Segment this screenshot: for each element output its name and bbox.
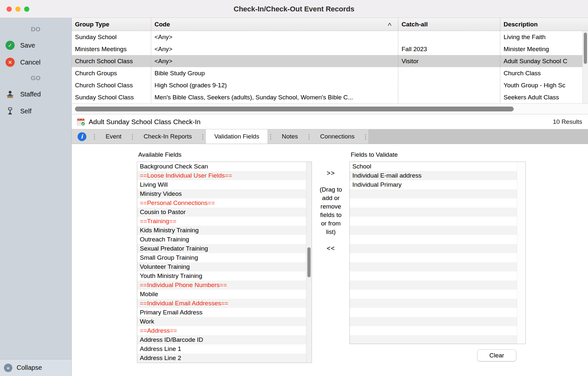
cell-catch-all: Fall 2023 <box>398 43 500 55</box>
do-section-header: DO <box>0 22 71 37</box>
available-field-item[interactable]: ==Address== <box>137 326 306 335</box>
results-count: 10 Results <box>553 118 582 125</box>
validate-list-scrollbar[interactable] <box>517 162 525 344</box>
available-field-item[interactable]: ==Training== <box>137 217 306 226</box>
cell-group-type: Church Groups <box>72 67 151 79</box>
column-header-code[interactable]: Code ^ <box>151 18 398 31</box>
record-header: Adult Sunday School Class Check-In 10 Re… <box>72 114 588 129</box>
go-section-header: GO <box>0 71 71 86</box>
validate-field-item[interactable]: Individual E-mail address <box>350 171 517 180</box>
tab-separator-dots-icon: ⋮ <box>130 129 135 144</box>
drag-hint-text: (Drag to add or remove fields to or from… <box>319 185 343 236</box>
table-row[interactable]: Sunday School Class Men's Bible Class, S… <box>72 91 588 103</box>
available-field-item-label: Address ID/Barcode ID <box>140 336 203 343</box>
table-header-row: Group Type Code ^ Catch-all Description <box>72 18 588 31</box>
available-field-item-label: ==Individual Phone Numbers== <box>140 282 227 288</box>
self-button[interactable]: Self <box>0 103 71 120</box>
cell-code: <Any> <box>151 55 398 67</box>
available-field-item[interactable]: Sexual Predator Training <box>137 244 306 253</box>
tab-label[interactable]: Event <box>97 129 130 144</box>
staffed-button[interactable]: Staffed <box>0 86 71 103</box>
column-header-group-type[interactable]: Group Type <box>72 18 151 31</box>
titlebar: Check-In/Check-Out Event Records <box>0 0 588 18</box>
save-button[interactable]: ✓ Save <box>0 37 71 54</box>
available-field-item[interactable]: Ministry Videos <box>137 189 306 198</box>
available-field-item-label: Address Line 1 <box>140 345 181 352</box>
add-fields-button[interactable]: >> <box>314 169 348 177</box>
save-check-icon: ✓ <box>6 41 15 50</box>
cell-catch-all <box>398 79 500 91</box>
collapse-button[interactable]: « Collapse <box>0 359 71 376</box>
available-field-item[interactable]: Small Group Training <box>137 253 306 262</box>
available-field-item[interactable]: ==Individual Email Addresses== <box>137 299 306 308</box>
info-tab[interactable]: i <box>72 129 92 144</box>
available-list-scrollbar[interactable] <box>306 162 312 363</box>
available-field-item[interactable]: Address ID/Barcode ID <box>137 335 306 344</box>
table-row[interactable]: Church School Class <Any> Visitor Adult … <box>72 55 588 67</box>
available-field-item[interactable]: Living Will <box>137 180 306 189</box>
transfer-controls: >> (Drag to add or remove fields to or f… <box>314 162 348 252</box>
available-field-item-label: Cousin to Pastor <box>140 209 185 215</box>
available-field-item[interactable]: Cousin to Pastor <box>137 208 306 217</box>
table-row[interactable]: Ministers Meetings <Any> Fall 2023 Minis… <box>72 43 588 55</box>
available-field-item[interactable]: Primary Email Address <box>137 308 306 317</box>
fields-to-validate-list[interactable]: School Individual E-mail address Individ… <box>349 162 526 344</box>
available-field-item[interactable]: Mobile <box>137 290 306 299</box>
available-field-item[interactable]: Outreach Training <box>137 235 306 244</box>
available-field-item[interactable]: ==Loose Individual User Fields== <box>137 171 306 180</box>
available-field-item-label: Outreach Training <box>140 236 189 243</box>
cancel-button[interactable]: ✕ Cancel <box>0 54 71 71</box>
available-field-item[interactable]: Background Check Scan <box>137 162 306 171</box>
record-title: Adult Sunday School Class Check-In <box>89 118 200 126</box>
available-field-item[interactable]: Address Line 1 <box>137 344 306 354</box>
clear-button[interactable]: Clear <box>477 349 516 361</box>
self-kiosk-icon <box>6 107 15 116</box>
available-field-item[interactable]: Kids Ministry Training <box>137 226 306 235</box>
column-header-catch-all[interactable]: Catch-all <box>398 18 500 31</box>
available-field-item[interactable]: ==Individual Phone Numbers== <box>137 281 306 290</box>
table-row[interactable]: Sunday School <Any> Living the Faith <box>72 31 588 43</box>
available-field-item[interactable]: Volunteer Training <box>137 262 306 271</box>
table-vertical-scrollbar-thumb[interactable] <box>584 33 587 64</box>
tab-label[interactable]: Validation Fields <box>205 129 268 144</box>
available-list-scrollbar-thumb[interactable] <box>307 247 311 277</box>
tab[interactable]: Validation Fields ⋮ <box>205 129 273 144</box>
tab-label[interactable]: Check-In Reports <box>135 129 200 144</box>
available-field-item[interactable]: Address Line 2 <box>137 354 306 363</box>
available-field-item-label: Primary Email Address <box>140 309 202 316</box>
validate-field-item[interactable]: School <box>350 162 517 171</box>
table-vertical-scrollbar[interactable] <box>582 31 588 103</box>
tab[interactable]: Connections ⋮ <box>312 129 368 144</box>
validate-field-item-label: Individual Primary <box>352 181 402 188</box>
self-label: Self <box>20 108 31 115</box>
app-window: Check-In/Check-Out Event Records DO ✓ Sa… <box>0 0 588 376</box>
available-fields-list[interactable]: Background Check Scan ==Loose Individual… <box>137 162 312 363</box>
available-field-item-label: ==Training== <box>140 218 176 224</box>
tab-label[interactable]: Notes <box>273 129 306 144</box>
event-records-table: Group Type Code ^ Catch-all Description … <box>72 18 588 103</box>
table-row[interactable]: Church Groups Bible Study Group Church C… <box>72 67 588 79</box>
available-field-item-label: ==Personal Connections== <box>140 199 215 206</box>
tabs-row: Event ⋮ Check-In Reports ⋮ Validation Fi… <box>97 129 368 144</box>
table-row[interactable]: Church School Class High School (grades … <box>72 79 588 91</box>
tab[interactable]: Notes ⋮ <box>273 129 312 144</box>
available-field-item[interactable]: Work <box>137 317 306 326</box>
tab-separator-dots-icon: ⋮ <box>268 129 273 144</box>
tab-label[interactable]: Connections <box>312 129 363 144</box>
cell-description: Living the Faith <box>500 31 588 43</box>
save-label: Save <box>20 42 35 49</box>
remove-fields-button[interactable]: << <box>314 245 348 252</box>
tab[interactable]: Check-In Reports ⋮ <box>135 129 206 144</box>
column-header-description[interactable]: Description <box>500 18 588 31</box>
cell-code: Men's Bible Class, Seekers (adults), Sun… <box>151 91 398 103</box>
tab[interactable]: Event ⋮ <box>97 129 135 144</box>
available-field-item[interactable]: Youth Ministry Training <box>137 271 306 281</box>
cell-group-type: Church School Class <box>72 79 151 91</box>
available-field-item-label: ==Loose Individual User Fields== <box>140 172 232 179</box>
available-field-item[interactable]: ==Personal Connections== <box>137 198 306 208</box>
validate-field-item[interactable]: Individual Primary <box>350 180 517 189</box>
cell-group-type: Sunday School Class <box>72 91 151 103</box>
cell-group-type: Sunday School <box>72 31 151 43</box>
table-horizontal-scrollbar-thumb[interactable] <box>75 107 514 111</box>
table-horizontal-scrollbar[interactable] <box>72 103 588 114</box>
